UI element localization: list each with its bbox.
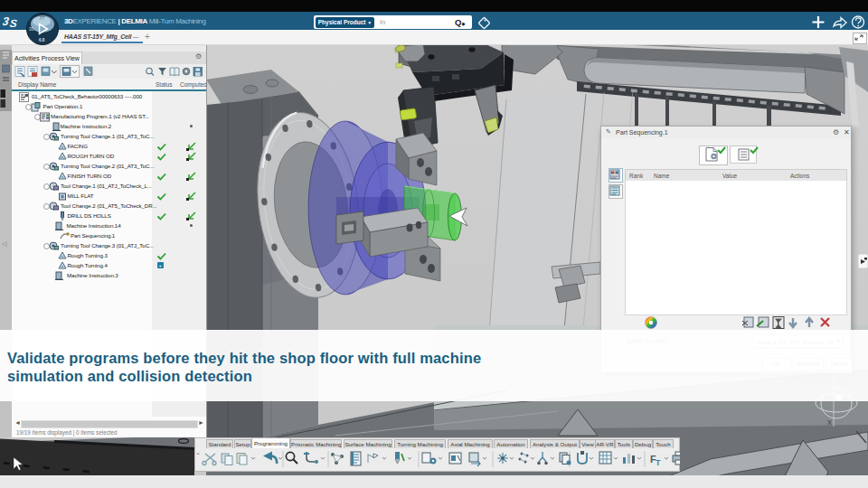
svg-text:X: X [827,418,832,427]
svg-text:77: 77 [40,15,45,21]
svg-text:30: 30 [29,27,34,32]
svg-text:S: S [9,18,18,30]
svg-text:T: T [656,458,661,467]
svg-text:◁: ◁ [2,240,7,247]
svg-text:6.8: 6.8 [39,38,45,42]
